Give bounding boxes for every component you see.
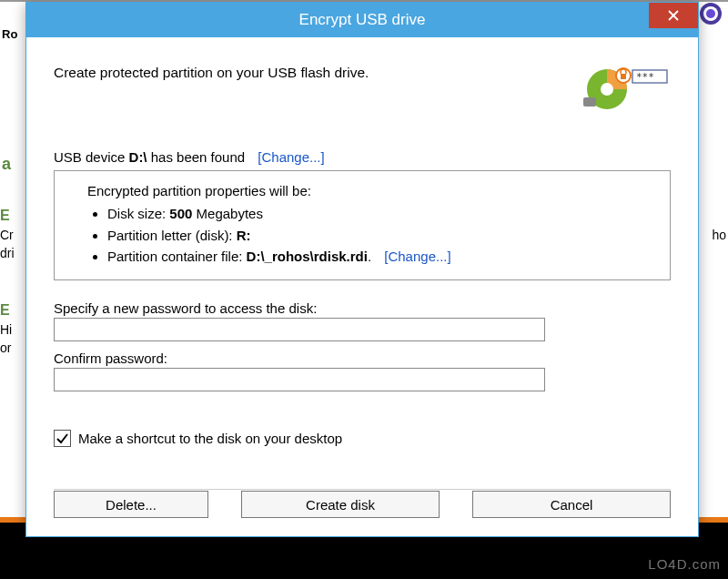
delete-button[interactable]: Delete...: [54, 491, 208, 518]
prop-container-file: Partition container file: D:\_rohos\rdis…: [107, 246, 655, 267]
change-device-link[interactable]: [Change...]: [258, 149, 324, 165]
disk-lock-icon: ***: [580, 57, 671, 115]
device-prefix: USB device: [54, 149, 129, 165]
svg-point-6: [601, 83, 613, 96]
confirm-password-input[interactable]: [54, 368, 545, 391]
confirm-password-label: Confirm password:: [54, 350, 671, 366]
titlebar: Encrypt USB drive: [26, 3, 698, 37]
device-letter: D:\: [129, 149, 147, 165]
password-input[interactable]: [54, 318, 545, 341]
shortcut-checkbox[interactable]: [54, 430, 71, 447]
bg-text-a: a: [0, 155, 11, 174]
partition-properties-box: Encrypted partition properties will be: …: [54, 170, 671, 280]
check-icon: [56, 432, 69, 445]
bg-text-or: or: [0, 340, 11, 355]
props-intro: Encrypted partition properties will be:: [87, 180, 655, 201]
bg-text-ro: Ro: [0, 27, 17, 41]
dialog-heading: Create protected partition on your USB f…: [54, 57, 369, 81]
shortcut-checkbox-label: Make a shortcut to the disk on your desk…: [78, 431, 342, 446]
window-title: Encrypt USB drive: [26, 11, 698, 29]
svg-text:***: ***: [636, 71, 654, 83]
prop-partition-letter: Partition letter (disk): R:: [107, 225, 655, 246]
button-row: Delete... Create disk Cancel: [54, 491, 671, 518]
bg-app-icon: [697, 0, 724, 27]
bg-text-e1: E: [0, 208, 10, 224]
device-found-row: USB device D:\ has been found [Change...…: [54, 149, 671, 165]
bg-text-dri: dri: [0, 246, 15, 260]
bg-text-hi: Hi: [0, 322, 12, 337]
encrypt-usb-dialog: Encrypt USB drive Create protected parti…: [25, 2, 699, 537]
password-label: Specify a new password to access the dis…: [54, 300, 671, 316]
svg-point-2: [706, 9, 715, 18]
bg-text-cr: Cr: [0, 228, 14, 242]
watermark: LO4D.com: [648, 556, 721, 572]
cancel-button[interactable]: Cancel: [472, 491, 671, 518]
prop-disk-size: Disk size: 500 Megabytes: [107, 203, 655, 224]
svg-rect-7: [583, 97, 596, 107]
bg-text-e2: E: [0, 302, 10, 319]
separator: [54, 489, 671, 490]
create-disk-button[interactable]: Create disk: [241, 491, 440, 518]
svg-rect-9: [621, 74, 626, 79]
change-container-link[interactable]: [Change...]: [384, 249, 450, 264]
device-suffix: has been found: [147, 149, 246, 165]
close-button[interactable]: [649, 3, 698, 28]
close-icon: [667, 9, 680, 22]
bg-text-ho: ho: [712, 228, 726, 242]
